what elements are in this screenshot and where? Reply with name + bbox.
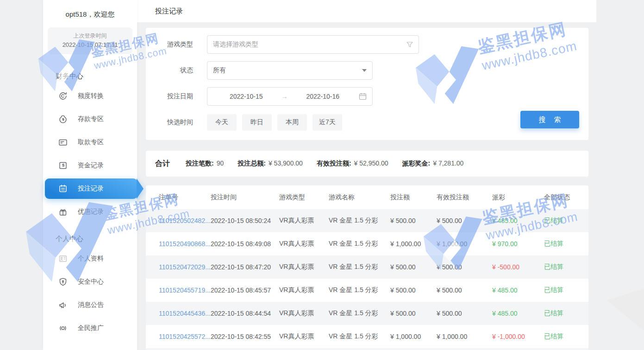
sidebar-item-promo-record[interactable]: 优惠记录 bbox=[43, 200, 137, 223]
game-type-cell: VR真人彩票 bbox=[279, 302, 329, 325]
profile-icon bbox=[58, 254, 68, 264]
quick-today-button[interactable]: 今天 bbox=[207, 114, 237, 131]
col-valid-bet: 有效投注额 bbox=[437, 185, 492, 209]
quick-yesterday-button[interactable]: 昨日 bbox=[242, 114, 272, 131]
funds-record-icon bbox=[58, 160, 68, 171]
last-login-box: 上次登录时间 2022-10-15 07:17:11 bbox=[48, 27, 132, 54]
bet-time-cell: 2022-10-15 08:42:55 bbox=[211, 325, 279, 348]
section-personal-title: 个人中心 bbox=[56, 235, 137, 243]
chevron-down-icon bbox=[362, 69, 367, 72]
sidebar-item-withdraw[interactable]: 取款专区 bbox=[43, 131, 137, 154]
game-type-cell: VR真人彩票 bbox=[279, 255, 329, 279]
summary-valid-bet: 有效投注额:¥ 52,950.00 bbox=[317, 159, 388, 168]
game-type-placeholder: 请选择游戏类型 bbox=[213, 40, 406, 49]
col-game-type: 游戏类型 bbox=[279, 185, 329, 209]
order-number-link[interactable]: 1101520472029... bbox=[159, 263, 211, 271]
funnel-icon bbox=[406, 41, 413, 48]
summary-total-label: 合计 bbox=[155, 159, 170, 169]
watermark-corner-shape bbox=[606, 276, 644, 345]
payout-cell: ¥ 485.00 bbox=[492, 302, 544, 325]
sidebar-item-bet-record[interactable]: 投注记录 bbox=[43, 177, 137, 200]
order-number-link[interactable]: 1101520502482... bbox=[159, 217, 211, 224]
table-row: 1101520490868... 2022-10-15 08:49:08 VR真… bbox=[146, 232, 588, 255]
status-badge: 已结算 bbox=[544, 255, 588, 279]
sidebar-item-security[interactable]: 安全中心 bbox=[43, 270, 137, 293]
col-payout: 派彩 bbox=[492, 185, 544, 209]
game-type-select[interactable]: 请选择游戏类型 bbox=[207, 35, 419, 54]
table-row: 1101520502482... 2022-10-15 08:50:24 VR真… bbox=[146, 209, 588, 232]
search-button[interactable]: 搜 索 bbox=[520, 111, 579, 128]
sidebar-item-label: 全民推广 bbox=[78, 324, 104, 332]
bet-records-table: 注单号 投注时间 游戏类型 游戏名称 投注额 有效投注额 派彩 全部状态 110… bbox=[146, 185, 588, 350]
sidebar-item-promotion[interactable]: 全民推广 bbox=[43, 317, 137, 340]
quick-thisweek-button[interactable]: 本周 bbox=[277, 114, 307, 131]
bet-date-label: 投注日期 bbox=[146, 92, 193, 101]
sidebar-item-announcement[interactable]: 消息公告 bbox=[43, 293, 137, 317]
game-type-label: 游戏类型 bbox=[146, 40, 193, 49]
col-status: 全部状态 bbox=[544, 185, 588, 209]
sidebar-item-deposit[interactable]: 存款专区 bbox=[43, 108, 137, 131]
quick-time-label: 快选时间 bbox=[146, 118, 193, 127]
order-number-link[interactable]: 1101520425572... bbox=[159, 333, 211, 340]
date-end-input[interactable]: 2022-10-16 bbox=[290, 93, 356, 100]
valid-bet-cell: ¥ 500.00 bbox=[437, 209, 492, 232]
sidebar: opt518，欢迎您 上次登录时间 2022-10-15 07:17:11 财务… bbox=[43, 0, 137, 350]
summary-bet-total: 投注总额:¥ 53,900.00 bbox=[238, 159, 303, 168]
bet-amount-cell: ¥ 500.00 bbox=[390, 255, 437, 279]
bet-time-cell: 2022-10-15 08:49:08 bbox=[211, 232, 279, 255]
table-body: 1101520502482... 2022-10-15 08:50:24 VR真… bbox=[146, 209, 588, 350]
payout-cell: ¥ -1,000.00 bbox=[492, 325, 544, 348]
game-type-cell: VR真人彩票 bbox=[279, 209, 329, 232]
last-login-time: 2022-10-15 07:17:11 bbox=[48, 40, 132, 50]
game-name-cell: VR 金星 1.5 分彩 bbox=[329, 232, 390, 255]
valid-bet-cell: ¥ 500.00 bbox=[437, 279, 492, 302]
sidebar-item-label: 安全中心 bbox=[78, 278, 104, 286]
col-game-name: 游戏名称 bbox=[329, 185, 390, 209]
bet-amount-cell: ¥ 500.00 bbox=[390, 302, 437, 325]
quick-7days-button[interactable]: 近7天 bbox=[313, 114, 342, 131]
table-row: 1101520455719... 2022-10-15 08:45:57 VR真… bbox=[146, 279, 588, 302]
order-number-link[interactable]: 1101520445436... bbox=[159, 310, 211, 317]
last-login-label: 上次登录时间 bbox=[48, 32, 132, 40]
sidebar-item-label: 资金记录 bbox=[78, 161, 104, 170]
bet-amount-cell: ¥ 1,000.00 bbox=[390, 325, 437, 348]
col-bet-amount: 投注额 bbox=[390, 185, 437, 209]
withdraw-icon bbox=[58, 137, 68, 147]
date-start-input[interactable]: 2022-10-15 bbox=[213, 93, 280, 100]
valid-bet-cell: ¥ 1,000.00 bbox=[437, 232, 492, 255]
page-titlebar: 投注记录 bbox=[137, 0, 596, 22]
section-finance-title: 财务中心 bbox=[56, 72, 137, 81]
deposit-icon bbox=[58, 114, 68, 124]
status-select[interactable]: 所有 bbox=[207, 61, 373, 80]
bet-records-table-card: 注单号 投注时间 游戏类型 游戏名称 投注额 有效投注额 派彩 全部状态 110… bbox=[146, 185, 588, 350]
payout-cell: ¥ 970.00 bbox=[492, 232, 544, 255]
status-badge: 已结算 bbox=[544, 302, 588, 325]
sidebar-item-label: 个人资料 bbox=[78, 255, 104, 263]
status-value: 所有 bbox=[213, 66, 362, 75]
game-type-cell: VR真人彩票 bbox=[279, 325, 329, 348]
sidebar-item-profile[interactable]: 个人资料 bbox=[43, 247, 137, 270]
announcement-icon bbox=[58, 300, 68, 310]
main-area: 投注记录 游戏类型 请选择游戏类型 状态 所有 投注日期 2022-10-15 … bbox=[137, 0, 596, 350]
order-number-link[interactable]: 1101520490868... bbox=[159, 240, 211, 248]
table-header-row: 注单号 投注时间 游戏类型 游戏名称 投注额 有效投注额 派彩 全部状态 bbox=[146, 185, 588, 209]
welcome-text: opt518，欢迎您 bbox=[43, 0, 137, 19]
promotion-icon bbox=[58, 323, 68, 333]
sidebar-item-label: 消息公告 bbox=[78, 301, 104, 309]
bet-amount-cell: ¥ 1,000.00 bbox=[390, 232, 437, 255]
payout-cell: ¥ 485.00 bbox=[492, 279, 544, 302]
order-number-link[interactable]: 1101520455719... bbox=[159, 286, 211, 294]
game-name-cell: VR 金星 1.5 分彩 bbox=[329, 255, 390, 279]
table-row: 1101520472029... 2022-10-15 08:47:20 VR真… bbox=[146, 255, 588, 279]
status-badge: 已结算 bbox=[544, 279, 588, 302]
page-title: 投注记录 bbox=[155, 7, 183, 16]
date-range-picker[interactable]: 2022-10-15 → 2022-10-16 bbox=[207, 87, 373, 106]
sidebar-item-funds-record[interactable]: 资金记录 bbox=[43, 154, 137, 177]
sidebar-item-quota-transfer[interactable]: 额度转换 bbox=[43, 84, 137, 108]
table-row: 1101520445436... 2022-10-15 08:44:54 VR真… bbox=[146, 302, 588, 325]
sidebar-item-label: 优惠记录 bbox=[78, 208, 104, 216]
quota-transfer-icon bbox=[58, 91, 68, 101]
bet-amount-cell: ¥ 500.00 bbox=[390, 279, 437, 302]
filter-panel: 游戏类型 请选择游戏类型 状态 所有 投注日期 2022-10-15 → 202… bbox=[146, 28, 588, 140]
bet-record-icon bbox=[58, 184, 68, 194]
